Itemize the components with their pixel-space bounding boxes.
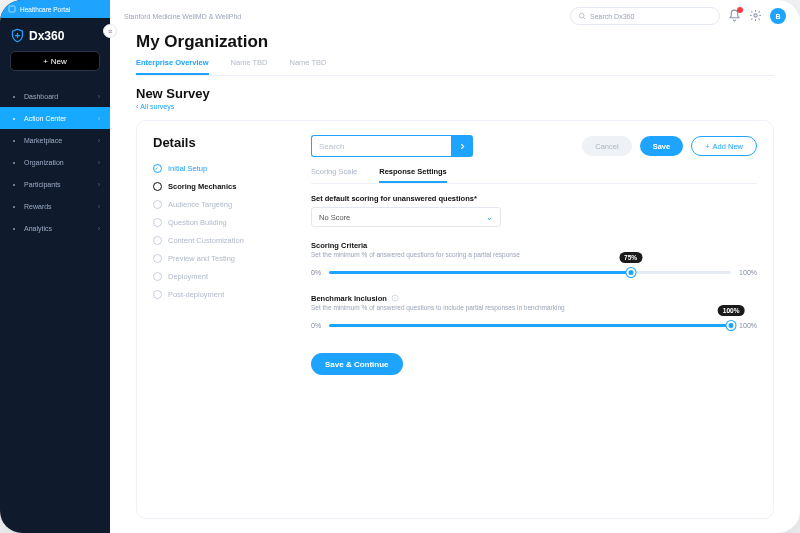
plus-icon: +: [43, 57, 48, 66]
slider-track[interactable]: 75%: [329, 264, 731, 280]
sidebar-item-action-center[interactable]: •Action Center›: [0, 107, 110, 129]
sidebar-item-label: Action Center: [24, 115, 66, 122]
back-link[interactable]: ‹ All surveys: [136, 103, 774, 110]
topbar: Stanford Medicine WellMD & WellPhd Searc…: [110, 0, 800, 32]
cancel-button[interactable]: Cancel: [582, 136, 631, 156]
sidebar-collapse-handle[interactable]: ≡: [103, 24, 117, 38]
step-audience-targeting[interactable]: Audience Targeting: [153, 200, 293, 209]
details-search: [311, 135, 473, 157]
subtab-response-settings[interactable]: Response Settings: [379, 167, 447, 183]
chevron-down-icon: ⌄: [486, 213, 493, 222]
breadcrumb: Stanford Medicine WellMD & WellPhd: [124, 13, 241, 20]
chevron-left-icon: ‹: [136, 103, 138, 110]
details-left: Details Initial SetupScoring MechanicsAu…: [153, 135, 293, 500]
sidebar-item-dashboard[interactable]: •Dashboard›: [0, 85, 110, 107]
users-icon: •: [10, 181, 18, 188]
slider-max-label: 100%: [739, 269, 757, 276]
sidebar-item-marketplace[interactable]: •Marketplace›: [0, 129, 110, 151]
chevron-right-icon: ›: [98, 115, 100, 122]
sidebar: Healthcare Portal Dx360 + New •Dashboard…: [0, 0, 110, 533]
step-indicator-icon: [153, 290, 162, 299]
notifications-button[interactable]: [728, 9, 741, 23]
step-question-building[interactable]: Question Building: [153, 218, 293, 227]
slider-thumb[interactable]: [727, 321, 736, 330]
slider-thumb[interactable]: [626, 268, 635, 277]
slider-track[interactable]: 100%: [329, 317, 731, 333]
app-shell: ≡ Healthcare Portal Dx360 + New •Dashboa…: [0, 0, 800, 533]
step-indicator-icon: [153, 218, 162, 227]
sidebar-item-label: Participants: [24, 181, 61, 188]
save-button[interactable]: Save: [640, 136, 684, 156]
slider-fill: [329, 271, 630, 274]
step-preview-and-testing[interactable]: Preview and Testing: [153, 254, 293, 263]
step-label: Question Building: [168, 218, 227, 227]
shield-icon: [10, 28, 25, 43]
benchmark-title: Benchmark Inclusion: [311, 294, 757, 303]
page: My Organization Enterprise OverviewName …: [110, 32, 800, 533]
details-search-input[interactable]: [311, 135, 451, 157]
chevron-right-icon: ›: [98, 181, 100, 188]
chevron-right-icon: ›: [98, 159, 100, 166]
slider-value-bubble: 75%: [619, 252, 642, 263]
back-link-label: All surveys: [140, 103, 174, 110]
sidebar-item-label: Marketplace: [24, 137, 62, 144]
tab-1[interactable]: Name TBD: [231, 58, 268, 75]
info-icon: [391, 294, 399, 302]
portal-label: Healthcare Portal: [20, 6, 70, 13]
subtab-scoring-scale[interactable]: Scoring Scale: [311, 167, 357, 183]
tab-2[interactable]: Name TBD: [290, 58, 327, 75]
step-indicator-icon: [153, 236, 162, 245]
step-label: Content Customization: [168, 236, 244, 245]
step-indicator-icon: [153, 200, 162, 209]
settings-button[interactable]: [749, 9, 762, 23]
sidebar-item-analytics[interactable]: •Analytics›: [0, 217, 110, 239]
svg-point-1: [579, 13, 584, 18]
product-name: Dx360: [29, 29, 64, 43]
step-indicator-icon: [153, 182, 162, 191]
benchmark-slider: 0% 100% 100%: [311, 317, 757, 333]
avatar[interactable]: B: [770, 8, 786, 24]
step-label: Deployment: [168, 272, 208, 281]
scoring-criteria-slider: 0% 75% 100%: [311, 264, 757, 280]
sidebar-item-organization[interactable]: •Organization›: [0, 151, 110, 173]
details-subtabs: Scoring ScaleResponse Settings: [311, 167, 757, 184]
details-search-go[interactable]: [451, 135, 473, 157]
sidebar-item-participants[interactable]: •Participants›: [0, 173, 110, 195]
add-new-button[interactable]: + Add New: [691, 136, 757, 156]
org-icon: •: [10, 159, 18, 166]
step-initial-setup[interactable]: Initial Setup: [153, 164, 293, 173]
step-post-deployment[interactable]: Post-deployment: [153, 290, 293, 299]
new-button-label: New: [51, 57, 67, 66]
sidebar-item-label: Dashboard: [24, 93, 58, 100]
sidebar-item-label: Organization: [24, 159, 64, 166]
global-search-placeholder: Search Dx360: [590, 13, 634, 20]
slider-min-label: 0%: [311, 322, 321, 329]
chevron-right-icon: ›: [98, 137, 100, 144]
slider-value-bubble: 100%: [718, 305, 745, 316]
chart-icon: •: [10, 225, 18, 232]
step-content-customization[interactable]: Content Customization: [153, 236, 293, 245]
notification-badge: [737, 7, 743, 13]
benchmark-help: Set the minimum % of answered questions …: [311, 304, 757, 311]
chevron-right-icon: ›: [98, 203, 100, 210]
page-title: My Organization: [136, 32, 774, 52]
scoring-criteria-help: Set the minimum % of answered questions …: [311, 251, 757, 258]
chevron-right-icon: [458, 142, 467, 151]
new-button[interactable]: + New: [10, 51, 100, 71]
sidebar-nav: •Dashboard›•Action Center›•Marketplace›•…: [0, 85, 110, 239]
product-logo: Dx360: [0, 18, 110, 51]
tab-0[interactable]: Enterprise Overview: [136, 58, 209, 75]
bag-icon: •: [10, 137, 18, 144]
sidebar-item-label: Rewards: [24, 203, 52, 210]
step-label: Audience Targeting: [168, 200, 232, 209]
default-scoring-select[interactable]: No Score ⌄: [311, 207, 501, 227]
step-deployment[interactable]: Deployment: [153, 272, 293, 281]
sidebar-item-rewards[interactable]: •Rewards›: [0, 195, 110, 217]
wizard-steps: Initial SetupScoring MechanicsAudience T…: [153, 164, 293, 299]
step-scoring-mechanics[interactable]: Scoring Mechanics: [153, 182, 293, 191]
save-continue-button[interactable]: Save & Continue: [311, 353, 403, 375]
svg-rect-0: [9, 6, 15, 12]
scoring-criteria-title: Scoring Criteria: [311, 241, 757, 250]
global-search[interactable]: Search Dx360: [570, 7, 720, 25]
portal-banner: Healthcare Portal: [0, 0, 110, 18]
